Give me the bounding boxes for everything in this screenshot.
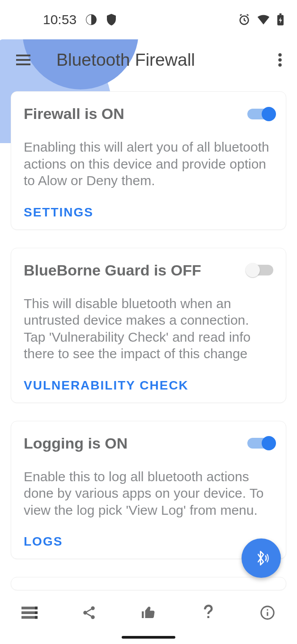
hamburger-menu-button[interactable] (13, 49, 34, 71)
more-options-button[interactable] (269, 49, 291, 71)
svg-point-16 (91, 606, 95, 610)
blueborne-toggle[interactable] (247, 265, 273, 275)
svg-rect-3 (280, 13, 282, 15)
svg-rect-14 (35, 611, 38, 614)
svg-point-21 (267, 609, 268, 610)
svg-point-9 (278, 64, 282, 67)
blueborne-card: BlueBorne Guard is OFF This will disable… (11, 248, 286, 403)
bottom-nav-bar (0, 591, 297, 644)
app-title: Bluetooth Firewall (56, 50, 269, 70)
blueborne-card-title: BlueBorne Guard is OFF (24, 262, 201, 279)
svg-point-7 (278, 53, 282, 57)
blueborne-card-description: This will disable bluetooth when an untr… (24, 295, 273, 362)
firewall-toggle[interactable] (247, 109, 273, 119)
info-icon[interactable] (257, 602, 278, 623)
firewall-card-description: Enabling this will alert you of all blue… (24, 139, 273, 189)
logging-card-description: Enable this to log all bluetooth actions… (24, 468, 273, 519)
svg-point-18 (91, 615, 95, 619)
svg-rect-4 (16, 55, 30, 56)
svg-rect-15 (35, 616, 38, 619)
logging-toggle[interactable] (247, 438, 273, 449)
main-content: Firewall is ON Enabling this will alert … (0, 80, 297, 590)
app-bar: Bluetooth Firewall (0, 39, 297, 80)
alarm-icon (238, 13, 250, 26)
wifi-icon (257, 14, 270, 25)
dnd-icon (85, 14, 97, 25)
logging-card: Logging is ON Enable this to log all blu… (11, 421, 286, 559)
next-card-partial (11, 577, 286, 590)
list-icon[interactable] (19, 602, 40, 623)
svg-rect-5 (16, 59, 30, 61)
thumbs-up-icon[interactable] (138, 602, 159, 623)
firewall-card-title: Firewall is ON (24, 105, 124, 123)
settings-button[interactable]: SETTINGS (24, 205, 273, 220)
battery-icon (276, 13, 284, 26)
svg-rect-6 (16, 64, 30, 65)
bluetooth-scan-fab[interactable] (242, 538, 281, 578)
svg-point-8 (278, 58, 282, 62)
logs-button[interactable]: LOGS (24, 534, 273, 549)
status-bar: 10:53 (0, 0, 297, 39)
help-icon[interactable] (197, 602, 219, 623)
nav-handle[interactable] (122, 636, 175, 639)
firewall-card: Firewall is ON Enabling this will alert … (11, 91, 286, 230)
status-time: 10:53 (43, 12, 76, 27)
svg-point-17 (83, 611, 87, 615)
shield-icon (106, 13, 117, 26)
share-icon[interactable] (78, 602, 100, 623)
logging-card-title: Logging is ON (24, 435, 127, 452)
vulnerability-check-button[interactable]: VULNERABILITY CHECK (24, 378, 273, 393)
svg-rect-13 (35, 607, 38, 610)
